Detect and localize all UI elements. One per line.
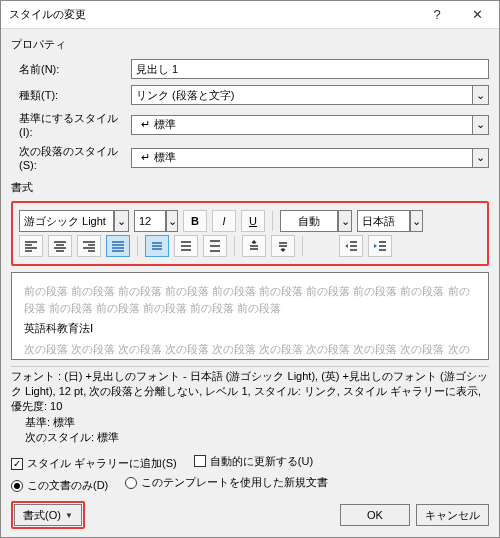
type-select[interactable] xyxy=(131,85,472,105)
linespacing-15-button[interactable] xyxy=(174,235,198,257)
toolbar-row-1: ⌄ ⌄ B I U ⌄ ⌄ xyxy=(19,210,481,232)
next-label: 次の段落のスタイル(S): xyxy=(19,145,118,171)
desc-line-1: フォント : (日) +見出しのフォント - 日本語 (游ゴシック Light)… xyxy=(11,369,489,415)
underline-button[interactable]: U xyxy=(241,210,265,232)
preview-next-para: 次の段落 次の段落 次の段落 次の段落 次の段落 次の段落 次の段落 次の段落 … xyxy=(24,341,476,360)
align-center-button[interactable] xyxy=(48,235,72,257)
align-right-button[interactable] xyxy=(77,235,101,257)
font-size-select[interactable] xyxy=(134,210,166,232)
font-color-select[interactable] xyxy=(280,210,338,232)
indent-decrease-button[interactable] xyxy=(339,235,363,257)
chevron-down-icon[interactable]: ⌄ xyxy=(338,210,352,232)
chevron-down-icon[interactable]: ⌄ xyxy=(166,210,178,232)
properties-group-label: プロパティ xyxy=(11,37,489,52)
template-radio[interactable]: このテンプレートを使用した新規文書 xyxy=(125,475,328,490)
format-group-label: 書式 xyxy=(11,180,489,195)
next-select[interactable]: ↵標準 xyxy=(131,148,472,168)
linespacing-1-button[interactable] xyxy=(145,235,169,257)
chevron-down-icon[interactable]: ⌄ xyxy=(410,210,423,232)
lang-select[interactable] xyxy=(357,210,410,232)
cancel-button[interactable]: キャンセル xyxy=(416,504,489,526)
toolbar-row-2 xyxy=(19,235,481,257)
row-name: 名前(N): xyxy=(11,59,489,79)
format-button-highlight: 書式(O)▼ xyxy=(11,501,85,529)
based-dropdown-icon[interactable]: ⌄ xyxy=(472,115,489,135)
options-row-2: この文書のみ(D) このテンプレートを使用した新規文書 xyxy=(11,475,489,493)
para-icon: ↵ xyxy=(136,118,154,131)
indent-increase-button[interactable] xyxy=(368,235,392,257)
add-to-gallery-checkbox[interactable]: ✓スタイル ギャラリーに追加(S) xyxy=(11,456,177,471)
style-description: フォント : (日) +見出しのフォント - 日本語 (游ゴシック Light)… xyxy=(11,366,489,450)
based-label: 基準にするスタイル(I): xyxy=(19,112,118,138)
format-menu-button[interactable]: 書式(O)▼ xyxy=(14,504,82,526)
type-label: 種類(T): xyxy=(19,89,58,101)
para-icon: ↵ xyxy=(136,151,154,164)
italic-button[interactable]: I xyxy=(212,210,236,232)
desc-line-3: 次のスタイル: 標準 xyxy=(11,430,489,445)
linespacing-2-button[interactable] xyxy=(203,235,227,257)
row-type: 種類(T): ⌄ xyxy=(11,85,489,105)
format-toolbar-highlight: ⌄ ⌄ B I U ⌄ ⌄ xyxy=(11,201,489,266)
preview-current-para: 英語科教育法Ⅰ xyxy=(24,320,476,337)
align-justify-button[interactable] xyxy=(106,235,130,257)
name-label: 名前(N): xyxy=(19,63,59,75)
dialog-title: スタイルの変更 xyxy=(9,7,417,22)
ok-button[interactable]: OK xyxy=(340,504,410,526)
dialog-footer: 書式(O)▼ OK キャンセル xyxy=(11,493,489,529)
row-based: 基準にするスタイル(I): ↵標準 ⌄ xyxy=(11,111,489,138)
help-button[interactable]: ? xyxy=(417,2,457,28)
desc-line-2: 基準: 標準 xyxy=(11,415,489,430)
type-dropdown-icon[interactable]: ⌄ xyxy=(472,85,489,105)
align-left-button[interactable] xyxy=(19,235,43,257)
name-input[interactable] xyxy=(131,59,489,79)
titlebar: スタイルの変更 ? ✕ xyxy=(1,1,499,29)
space-before-dec-button[interactable] xyxy=(271,235,295,257)
based-select[interactable]: ↵標準 xyxy=(131,115,472,135)
chevron-down-icon: ▼ xyxy=(65,511,73,520)
modify-style-dialog: スタイルの変更 ? ✕ プロパティ 名前(N): 種類(T): ⌄ 基準にするス… xyxy=(0,0,500,538)
options-row-1: ✓スタイル ギャラリーに追加(S) 自動的に更新する(U) xyxy=(11,454,489,472)
close-button[interactable]: ✕ xyxy=(457,2,497,28)
bold-button[interactable]: B xyxy=(183,210,207,232)
row-next: 次の段落のスタイル(S): ↵標準 ⌄ xyxy=(11,144,489,171)
style-preview: 前の段落 前の段落 前の段落 前の段落 前の段落 前の段落 前の段落 前の段落 … xyxy=(11,272,489,360)
font-family-select[interactable] xyxy=(19,210,114,232)
auto-update-checkbox[interactable]: 自動的に更新する(U) xyxy=(194,454,313,469)
dialog-body: プロパティ 名前(N): 種類(T): ⌄ 基準にするスタイル(I): ↵標準 … xyxy=(1,29,499,537)
next-dropdown-icon[interactable]: ⌄ xyxy=(472,148,489,168)
space-before-inc-button[interactable] xyxy=(242,235,266,257)
chevron-down-icon[interactable]: ⌄ xyxy=(114,210,129,232)
this-document-radio[interactable]: この文書のみ(D) xyxy=(11,478,108,493)
preview-prev-para: 前の段落 前の段落 前の段落 前の段落 前の段落 前の段落 前の段落 前の段落 … xyxy=(24,283,476,316)
